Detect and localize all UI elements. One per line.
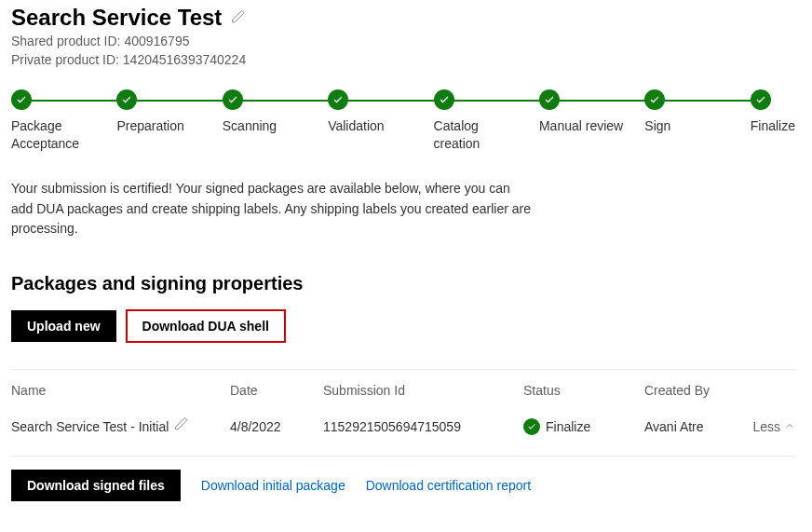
step-complete-icon <box>116 89 137 110</box>
edit-title-icon[interactable] <box>231 9 246 27</box>
step-label: Catalog creation <box>434 117 527 153</box>
col-header-created: Created By <box>644 383 747 398</box>
cell-created-by: Avani Atre <box>644 419 747 434</box>
col-header-submission: Submission Id <box>323 383 523 398</box>
step-scanning: Scanning <box>223 89 328 153</box>
title-row: Search Service Test <box>11 5 795 31</box>
status-text: Finalize <box>546 419 590 434</box>
private-id-value: 14204516393740224 <box>123 52 246 67</box>
submissions-table: Name Date Submission Id Status Created B… <box>11 369 795 457</box>
table-row: Search Service Test - Initial 4/8/2022 1… <box>11 403 795 457</box>
shared-id-label: Shared product ID: <box>11 34 124 48</box>
step-complete-icon <box>11 89 32 110</box>
table-header-row: Name Date Submission Id Status Created B… <box>11 370 795 403</box>
step-preparation: Preparation <box>116 89 222 153</box>
step-label: Manual review <box>539 117 623 135</box>
edit-row-icon[interactable] <box>174 416 189 437</box>
download-initial-package-link[interactable]: Download initial package <box>201 478 345 493</box>
page-title: Search Service Test <box>11 5 222 31</box>
chevron-up-icon <box>784 419 795 434</box>
step-complete-icon <box>223 89 243 110</box>
toggle-label: Less <box>752 419 780 434</box>
upload-new-button[interactable]: Upload new <box>11 310 116 342</box>
step-finalize: Finalize <box>751 89 795 153</box>
step-label: Sign <box>644 117 670 135</box>
step-label: Package Acceptance <box>11 117 104 153</box>
shared-id-value: 400916795 <box>124 34 189 48</box>
download-signed-files-button[interactable]: Download signed files <box>11 470 181 501</box>
cell-status: Finalize <box>523 418 644 435</box>
step-label: Scanning <box>223 117 277 135</box>
step-label: Finalize <box>751 117 795 135</box>
cell-name: Search Service Test - Initial <box>11 416 230 437</box>
step-sign: Sign <box>644 89 750 153</box>
progress-stepper: Package Acceptance Preparation Scanning … <box>11 89 795 153</box>
col-header-name: Name <box>11 383 230 398</box>
private-id-label: Private product ID: <box>11 52 123 67</box>
col-header-date: Date <box>230 383 323 398</box>
step-package-acceptance: Package Acceptance <box>11 89 116 153</box>
status-message: Your submission is certified! Your signe… <box>11 179 533 239</box>
product-ids: Shared product ID: 400916795 Private pro… <box>11 33 795 69</box>
col-header-status: Status <box>523 383 644 398</box>
step-validation: Validation <box>328 89 433 153</box>
submission-name: Search Service Test - Initial <box>11 417 169 437</box>
status-check-icon <box>523 418 540 435</box>
step-complete-icon <box>328 89 348 110</box>
cell-date: 4/8/2022 <box>230 419 323 434</box>
step-complete-icon <box>434 89 454 110</box>
row-actions: Download signed files Download initial p… <box>11 470 795 501</box>
download-dua-shell-button[interactable]: Download DUA shell <box>126 309 286 343</box>
step-complete-icon <box>751 89 771 110</box>
step-label: Preparation <box>116 117 183 135</box>
step-label: Validation <box>328 117 384 135</box>
row-toggle[interactable]: Less <box>747 419 795 434</box>
step-complete-icon <box>539 89 560 110</box>
step-manual-review: Manual review <box>539 89 644 153</box>
download-cert-report-link[interactable]: Download certification report <box>366 478 531 493</box>
step-complete-icon <box>644 89 665 110</box>
step-catalog-creation: Catalog creation <box>434 89 539 153</box>
packages-section-title: Packages and signing properties <box>11 273 795 294</box>
cell-submission-id: 1152921505694715059 <box>323 419 523 434</box>
packages-button-row: Upload new Download DUA shell <box>11 309 795 343</box>
